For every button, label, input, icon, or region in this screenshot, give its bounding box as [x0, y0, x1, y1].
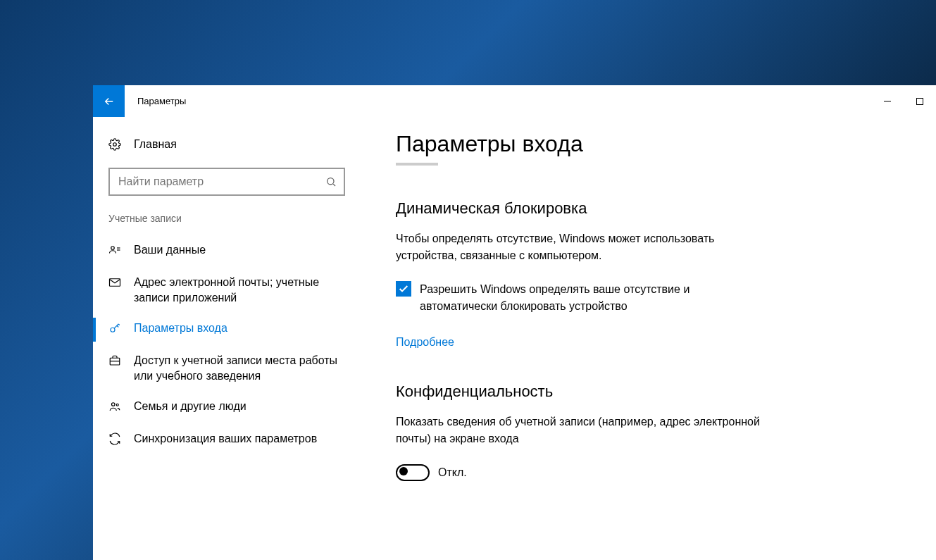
- people-icon: [108, 400, 121, 413]
- dynamic-lock-checkbox-label: Разрешить Windows определять ваше отсутс…: [420, 281, 762, 315]
- window-title: Параметры: [137, 96, 186, 106]
- sidebar: Главная Учетные записи Ваши данные А: [93, 117, 361, 560]
- sidebar-home-label: Главная: [134, 138, 177, 151]
- window-body: Главная Учетные записи Ваши данные А: [93, 117, 936, 560]
- maximize-button[interactable]: [904, 85, 936, 117]
- section-heading-privacy: Конфиденциальность: [396, 382, 908, 401]
- search-icon: [325, 176, 337, 187]
- dynamic-lock-checkbox-row: Разрешить Windows определять ваше отсутс…: [396, 281, 762, 315]
- search-box[interactable]: [108, 168, 345, 196]
- mail-icon: [108, 276, 121, 289]
- sidebar-item-label: Адрес электронной почты; учетные записи …: [134, 275, 345, 306]
- sidebar-item-email-accounts[interactable]: Адрес электронной почты; учетные записи …: [93, 268, 361, 313]
- search-input[interactable]: [117, 175, 325, 189]
- page-title: Параметры входа: [396, 131, 908, 157]
- toggle-knob: [399, 467, 408, 475]
- sidebar-item-sync[interactable]: Синхронизация ваших параметров: [93, 424, 361, 456]
- gear-icon: [108, 138, 121, 151]
- minimize-button[interactable]: [871, 85, 904, 117]
- svg-line-4: [333, 184, 335, 186]
- back-button[interactable]: [93, 85, 125, 117]
- sidebar-item-family[interactable]: Семья и другие люди: [93, 392, 361, 424]
- sidebar-item-label: Семья и другие люди: [134, 399, 247, 414]
- checkmark-icon: [398, 283, 409, 294]
- privacy-toggle-label: Откл.: [438, 466, 467, 479]
- sidebar-item-label: Синхронизация ваших параметров: [134, 431, 317, 447]
- sidebar-item-label: Параметры входа: [134, 321, 227, 336]
- content-area: Параметры входа Динамическая блокировка …: [361, 117, 936, 560]
- svg-point-3: [327, 178, 334, 185]
- window-controls: [871, 85, 936, 117]
- svg-rect-8: [110, 279, 120, 287]
- learn-more-link[interactable]: Подробнее: [396, 336, 454, 349]
- privacy-toggle-row: Откл.: [396, 464, 908, 481]
- sidebar-item-work-access[interactable]: Доступ к учетной записи места работы или…: [93, 346, 361, 392]
- key-icon: [108, 322, 121, 335]
- dynamic-lock-description: Чтобы определять отсутствие, Windows мож…: [396, 230, 762, 264]
- svg-point-5: [111, 247, 115, 250]
- sidebar-home[interactable]: Главная: [93, 131, 361, 158]
- arrow-left-icon: [103, 95, 116, 108]
- briefcase-icon: [108, 354, 121, 367]
- person-card-icon: [108, 244, 121, 256]
- privacy-toggle[interactable]: [396, 464, 430, 481]
- svg-rect-1: [917, 98, 923, 104]
- title-underline: [396, 163, 438, 166]
- svg-point-12: [112, 402, 116, 406]
- settings-window: Параметры Главная Учетные записи: [93, 85, 936, 560]
- privacy-description: Показать сведения об учетной записи (нап…: [396, 413, 762, 447]
- sidebar-item-label: Ваши данные: [134, 242, 206, 258]
- svg-point-13: [116, 404, 118, 406]
- section-heading-dynamic-lock: Динамическая блокировка: [396, 199, 908, 218]
- sync-icon: [108, 433, 121, 445]
- svg-point-2: [113, 143, 117, 147]
- sidebar-item-signin-options[interactable]: Параметры входа: [93, 313, 361, 346]
- titlebar: Параметры: [93, 85, 936, 117]
- sidebar-category: Учетные записи: [93, 213, 361, 224]
- sidebar-item-label: Доступ к учетной записи места работы или…: [134, 353, 345, 385]
- dynamic-lock-checkbox[interactable]: [396, 281, 411, 297]
- sidebar-item-your-info[interactable]: Ваши данные: [93, 235, 361, 268]
